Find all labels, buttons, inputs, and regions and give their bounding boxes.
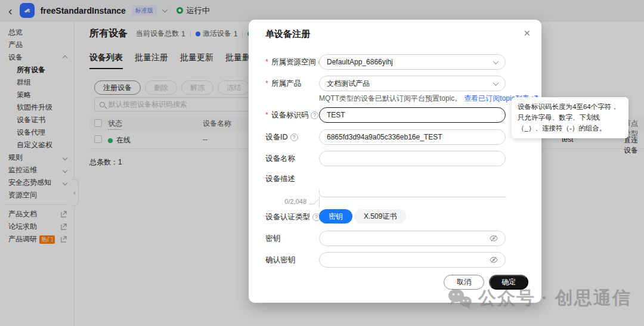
confirm-secret-input[interactable] bbox=[327, 256, 486, 264]
device-name-field[interactable] bbox=[319, 151, 506, 166]
secret-input[interactable] bbox=[327, 234, 486, 243]
chevron-down-icon bbox=[493, 80, 499, 86]
device-id-label: 设备ID bbox=[265, 132, 288, 142]
device-desc-label: 设备描述 bbox=[265, 174, 295, 184]
secret-field[interactable] bbox=[319, 231, 506, 246]
resource-space-select[interactable]: DefaultApp_6866yihj bbox=[319, 54, 506, 70]
eye-off-icon[interactable] bbox=[490, 234, 498, 243]
resize-handle-icon[interactable] bbox=[309, 200, 318, 204]
required-asterisk: * bbox=[265, 79, 268, 88]
device-desc-textarea[interactable] bbox=[320, 171, 506, 195]
confirm-button[interactable]: 确定 bbox=[489, 275, 528, 290]
auth-type-label: 设备认证类型 bbox=[265, 212, 310, 222]
device-name-input[interactable] bbox=[327, 154, 498, 163]
mqtt-hint-text: MQTT类型的设备已默认订阅平台预置topic。 bbox=[319, 94, 462, 104]
close-icon[interactable]: ✕ bbox=[522, 27, 532, 40]
auth-secret-option[interactable]: 密钥 bbox=[319, 209, 352, 223]
chevron-down-icon bbox=[493, 58, 499, 64]
help-icon[interactable]: ? bbox=[290, 133, 298, 141]
product-value: 文档测试产品 bbox=[327, 79, 370, 89]
help-icon[interactable]: ? bbox=[311, 111, 318, 119]
product-select[interactable]: 文档测试产品 bbox=[319, 76, 506, 91]
device-id-input[interactable] bbox=[327, 133, 498, 141]
dialog-title: 单设备注册 bbox=[265, 29, 310, 40]
resource-space-value: DefaultApp_6866yihj bbox=[327, 58, 393, 66]
device-code-input[interactable] bbox=[327, 111, 498, 119]
char-counter: 0/2,048 bbox=[284, 198, 306, 205]
single-device-register-dialog: 单设备注册 ✕ *所属资源空间? DefaultApp_6866yihj *所属… bbox=[249, 20, 541, 303]
device-code-tooltip: 设备标识码长度为4至64个字符，只允许字母、数字、下划线（_）、连接符（-）的组… bbox=[512, 97, 628, 138]
required-asterisk: * bbox=[265, 58, 268, 66]
device-code-field[interactable] bbox=[319, 107, 506, 123]
device-id-field[interactable] bbox=[319, 129, 506, 145]
cancel-button[interactable]: 取消 bbox=[444, 275, 484, 290]
auth-type-toggle: 密钥 X.509证书 bbox=[319, 209, 506, 223]
device-code-label: 设备标识码 bbox=[271, 110, 309, 120]
product-label: 所属产品 bbox=[271, 79, 301, 89]
auth-x509-option[interactable]: X.509证书 bbox=[354, 209, 406, 223]
mqtt-topic-hint: MQTT类型的设备已默认订阅平台预置topic。 查看已订阅topic列表 bbox=[319, 94, 538, 104]
confirm-secret-field[interactable] bbox=[319, 252, 506, 268]
resource-space-label: 所属资源空间 bbox=[271, 57, 316, 67]
secret-label: 密钥 bbox=[265, 234, 280, 244]
eye-off-icon[interactable] bbox=[490, 256, 498, 264]
required-asterisk: * bbox=[265, 111, 268, 119]
device-name-label: 设备名称 bbox=[265, 154, 295, 164]
device-desc-field[interactable]: 0/2,048 bbox=[319, 186, 506, 208]
confirm-secret-label: 确认密钥 bbox=[265, 255, 295, 265]
